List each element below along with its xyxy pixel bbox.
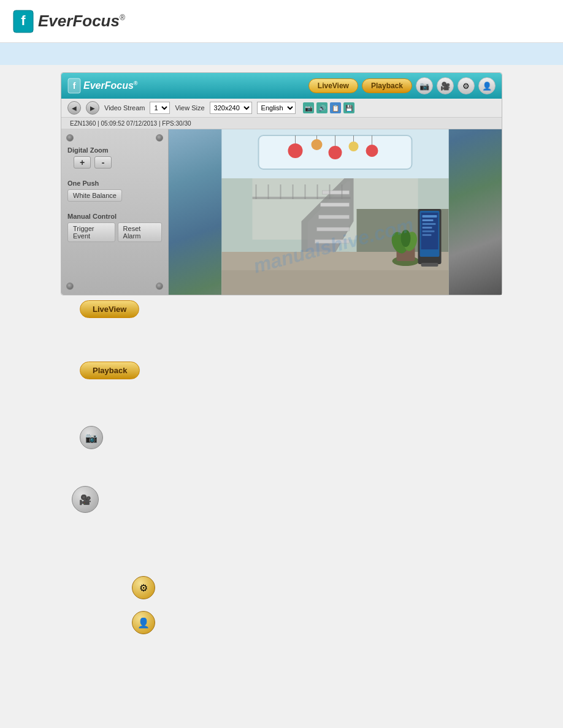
- white-balance-btn[interactable]: White Balance: [67, 189, 122, 202]
- one-push-title: One Push: [67, 180, 162, 187]
- snapshot-section: 📷: [80, 426, 103, 449]
- user-bottom-icon-btn[interactable]: 👤: [132, 611, 155, 634]
- svg-text:f: f: [21, 13, 26, 28]
- mall-scene-svg: manualshive.com: [169, 129, 502, 295]
- camera-info-text: EZN1360 | 05:09:52 07/12/2013 | FPS:30/3…: [70, 120, 191, 127]
- manual-control-title: Manual Control: [67, 213, 162, 220]
- logo: f EverFocus®: [12, 9, 125, 34]
- svg-text:f: f: [73, 81, 76, 91]
- video-placeholder: manualshive.com: [169, 129, 502, 295]
- trigger-event-btn[interactable]: Trigger Event: [67, 222, 115, 242]
- playback-nav-button[interactable]: Playback: [362, 78, 412, 93]
- status-icon-2: 🔊: [316, 102, 327, 113]
- svg-rect-28: [323, 191, 350, 194]
- status-icon-4: 💾: [343, 102, 354, 113]
- zoom-in-btn[interactable]: +: [74, 156, 91, 169]
- liveview-nav-button[interactable]: LiveView: [308, 78, 358, 93]
- language-select[interactable]: English: [257, 102, 296, 114]
- record-icon-btn[interactable]: 🎥: [437, 77, 454, 94]
- status-icon-3: 📋: [330, 102, 341, 113]
- banner: [0, 43, 563, 65]
- screw-tl: [66, 134, 74, 142]
- svg-rect-46: [421, 263, 439, 267]
- reset-alarm-btn[interactable]: Reset Alarm: [118, 222, 162, 242]
- svg-point-11: [366, 145, 378, 157]
- cam-logo: f EverFocus®: [67, 78, 137, 94]
- camera-info-bar: EZN1360 | 05:09:52 07/12/2013 | FPS:30/3…: [61, 118, 502, 129]
- digital-zoom-section: Digital Zoom + -: [67, 146, 162, 169]
- playback-bottom-button[interactable]: Playback: [80, 362, 140, 379]
- digital-zoom-title: Digital Zoom: [67, 146, 162, 154]
- svg-rect-45: [423, 234, 432, 236]
- camera-content: Digital Zoom + - One Push White Balance …: [61, 129, 502, 295]
- screw-br: [156, 282, 163, 290]
- cam-nav-buttons: LiveView Playback 📷 🎥 ⚙ 👤: [308, 77, 496, 94]
- video-stream-label: Video Stream: [104, 104, 145, 112]
- svg-point-8: [312, 139, 323, 150]
- svg-rect-53: [317, 184, 318, 199]
- controls-row: ◀ ▶ Video Stream 1 2 View Size 320x240 6…: [61, 99, 502, 118]
- svg-rect-55: [342, 184, 343, 199]
- logo-icon: f: [12, 9, 34, 34]
- playback-section: Playback: [80, 362, 140, 379]
- screw-tr: [156, 134, 163, 142]
- svg-rect-27: [321, 203, 350, 207]
- top-header: f EverFocus®: [0, 0, 563, 43]
- liveview-section: LiveView: [80, 300, 139, 318]
- user-section: 👤: [132, 611, 155, 634]
- user-icon-btn[interactable]: 👤: [478, 77, 496, 94]
- prev-btn[interactable]: ◀: [67, 101, 81, 115]
- svg-point-7: [288, 143, 303, 158]
- logo-text: EverFocus®: [38, 12, 125, 31]
- svg-rect-50: [280, 184, 282, 199]
- snapshot-bottom-icon-btn[interactable]: 📷: [80, 426, 103, 449]
- svg-rect-26: [319, 215, 350, 219]
- video-stream-select[interactable]: 1 2: [150, 102, 170, 114]
- settings-section: ⚙: [132, 576, 155, 599]
- settings-icon-btn[interactable]: ⚙: [458, 77, 475, 94]
- zoom-out-btn[interactable]: -: [94, 156, 112, 169]
- camera-navbar: f EverFocus® LiveView Playback 📷 🎥 ⚙ 👤: [61, 73, 502, 99]
- manual-control-section: Manual Control Trigger Event Reset Alarm: [67, 213, 162, 242]
- settings-bottom-icon-btn[interactable]: ⚙: [132, 576, 155, 599]
- svg-rect-51: [293, 184, 294, 199]
- zoom-controls: + -: [74, 156, 162, 169]
- svg-rect-49: [268, 184, 269, 199]
- left-panel: Digital Zoom + - One Push White Balance …: [61, 129, 169, 295]
- svg-rect-43: [423, 227, 432, 229]
- svg-rect-41: [423, 219, 434, 221]
- main-ui-container: f EverFocus® LiveView Playback 📷 🎥 ⚙ 👤 ◀…: [61, 72, 502, 295]
- video-area: manualshive.com: [169, 129, 502, 295]
- one-push-section: One Push White Balance: [67, 180, 162, 202]
- status-icons: 📷 🔊 📋 💾: [303, 102, 354, 113]
- record-bottom-icon-btn[interactable]: 🎥: [72, 486, 99, 513]
- svg-rect-44: [423, 230, 435, 232]
- status-icon-1: 📷: [303, 102, 314, 113]
- screw-bl: [66, 282, 74, 290]
- cam-logo-icon: f: [67, 78, 81, 94]
- svg-rect-40: [423, 215, 437, 218]
- snapshot-icon-btn[interactable]: 📷: [416, 77, 433, 94]
- view-size-select[interactable]: 320x240 640x480: [210, 102, 252, 114]
- liveview-bottom-button[interactable]: LiveView: [80, 300, 139, 318]
- cam-logo-text: EverFocus®: [83, 80, 137, 91]
- svg-rect-42: [423, 223, 436, 225]
- svg-rect-48: [256, 184, 257, 199]
- svg-rect-54: [329, 184, 331, 199]
- next-btn[interactable]: ▶: [86, 101, 99, 115]
- svg-point-9: [329, 146, 342, 159]
- view-size-label: View Size: [175, 104, 204, 112]
- manual-control-buttons: Trigger Event Reset Alarm: [67, 222, 162, 242]
- svg-rect-47: [253, 197, 351, 199]
- svg-rect-52: [305, 184, 306, 199]
- record-section: 🎥: [72, 486, 99, 513]
- svg-point-10: [349, 142, 359, 151]
